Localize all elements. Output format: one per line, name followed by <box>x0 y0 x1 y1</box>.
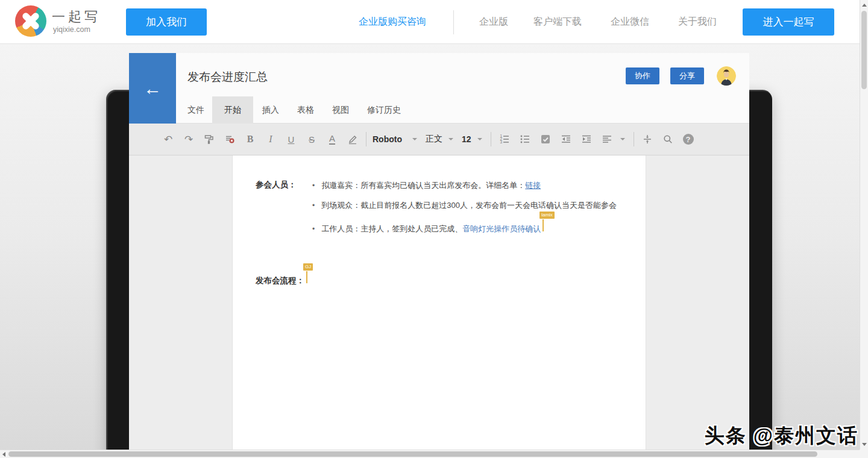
list-item: • 拟邀嘉宾：所有嘉宾均已确认当天出席发布会。详细名单：链接 <box>312 180 541 191</box>
italic-button[interactable]: I <box>263 132 278 146</box>
collaborator-cursor: lamix <box>542 219 544 231</box>
editor-header: ← 发布会进度汇总 文件 开始 插入 表格 视图 修订历史 协作 分享 <box>129 53 749 124</box>
help-icon[interactable]: ? <box>681 132 696 146</box>
tab-table[interactable]: 表格 <box>288 96 323 124</box>
bullet-text: 拟邀嘉宾：所有嘉宾均已确认当天出席发布会。详细名单：链接 <box>321 180 541 191</box>
clear-format-icon[interactable] <box>222 132 237 146</box>
bullet-icon: • <box>312 201 315 210</box>
vertical-scrollbar[interactable] <box>860 0 868 450</box>
redo-icon[interactable]: ↷ <box>181 132 196 146</box>
document-title[interactable]: 发布会进度汇总 <box>187 69 268 85</box>
collaborate-button[interactable]: 协作 <box>626 67 659 84</box>
avatar-person-icon <box>717 66 736 86</box>
menu-tabs: 文件 开始 插入 表格 视图 修订历史 <box>187 96 410 124</box>
formatting-toolbar: ↶ ↷ B I U S A Roboto <box>129 124 749 155</box>
toolbar-divider <box>634 132 634 146</box>
top-navbar: 一起写 yiqixie.com 加入我们 企业版购买咨询 企业版 客户端下载 企… <box>0 0 860 44</box>
bold-button[interactable]: B <box>243 132 257 146</box>
section-label-process: 发布会流程： <box>256 275 304 286</box>
collaborator-cursor: GJ <box>306 271 307 283</box>
document-page[interactable]: 参会人员： • 拟邀嘉宾：所有嘉宾均已确认当天出席发布会。详细名单：链接 • 到… <box>232 155 646 458</box>
tab-view[interactable]: 视图 <box>323 96 358 124</box>
chevron-down-icon[interactable] <box>620 138 625 140</box>
toolbar-divider <box>491 132 491 146</box>
search-icon[interactable] <box>661 132 675 146</box>
nav-link-about-us[interactable]: 关于我们 <box>678 16 717 28</box>
section-label-attendees: 参会人员： <box>256 180 297 190</box>
collaborator-name-tag: GJ <box>303 263 313 271</box>
numbered-list-icon[interactable]: 1 2 3 <box>497 132 512 146</box>
collaborator-selected-text: 音响灯光操作员待确认 <box>462 224 541 233</box>
font-family-select[interactable]: Roboto <box>373 134 406 144</box>
share-button[interactable]: 分享 <box>670 67 704 84</box>
vertical-scrollbar-thumb[interactable] <box>861 11 867 89</box>
bullet-list-icon[interactable] <box>518 132 532 146</box>
line-spacing-icon[interactable] <box>640 132 655 146</box>
chevron-down-icon[interactable] <box>412 138 417 140</box>
toolbar-divider <box>366 132 366 146</box>
scrollbar-corner <box>860 450 868 458</box>
indent-icon[interactable] <box>579 132 594 146</box>
scroll-down-arrow-icon[interactable] <box>862 443 867 446</box>
nav-link-enterprise[interactable]: 企业版 <box>479 16 508 28</box>
undo-icon[interactable]: ↶ <box>161 132 175 146</box>
outdent-icon[interactable] <box>559 132 573 146</box>
font-color-button[interactable]: A <box>325 132 339 146</box>
chevron-down-icon[interactable] <box>448 138 453 140</box>
user-avatar[interactable] <box>717 66 736 86</box>
logo-domain: yiqixie.com <box>53 25 90 34</box>
logo-name: 一起写 <box>52 8 101 26</box>
tab-revision-history[interactable]: 修订历史 <box>358 96 410 124</box>
highlight-pen-icon[interactable] <box>345 132 360 146</box>
bullet-icon: • <box>312 225 315 233</box>
laptop-screen: ← 发布会进度汇总 文件 开始 插入 表格 视图 修订历史 协作 分享 ↶ ↷ <box>129 53 749 458</box>
underline-button[interactable]: U <box>284 132 298 146</box>
nav-link-client-download[interactable]: 客户端下载 <box>533 16 582 28</box>
tab-file[interactable]: 文件 <box>187 96 212 124</box>
bullet-text: 到场观众：截止目前报名人数已超过300人，发布会前一天会电话确认当天是否能参会 <box>321 200 617 211</box>
back-arrow-icon: ← <box>143 78 162 99</box>
tab-insert[interactable]: 插入 <box>253 96 288 124</box>
yiqixie-logo-icon[interactable] <box>15 5 46 37</box>
font-size-select[interactable]: 12 <box>462 134 471 144</box>
watermark: 头条 @泰州文话 <box>705 422 858 450</box>
list-item: • 工作人员：主持人，签到处人员已完成、音响灯光操作员待确认 lamix <box>312 219 544 234</box>
scroll-up-arrow-icon[interactable] <box>862 4 867 7</box>
strikethrough-button[interactable]: S <box>304 132 319 146</box>
join-us-button[interactable]: 加入我们 <box>126 8 207 36</box>
horizontal-scrollbar-thumb[interactable] <box>8 451 817 457</box>
help-question-glyph: ? <box>683 134 694 145</box>
tab-home[interactable]: 开始 <box>212 96 253 124</box>
nav-divider <box>453 10 454 34</box>
horizontal-scrollbar[interactable] <box>0 450 860 458</box>
bullet-icon: • <box>312 181 315 190</box>
svg-text:3: 3 <box>500 140 502 144</box>
enter-yiqixie-button[interactable]: 进入一起写 <box>743 8 834 36</box>
collaborator-name-tag: lamix <box>539 212 555 219</box>
checklist-icon[interactable] <box>538 132 553 146</box>
chevron-down-icon[interactable] <box>477 138 482 140</box>
format-painter-icon[interactable] <box>202 132 216 146</box>
back-button[interactable]: ← <box>129 53 176 124</box>
editor-canvas: 参会人员： • 拟邀嘉宾：所有嘉宾均已确认当天出席发布会。详细名单：链接 • 到… <box>129 155 749 458</box>
paragraph-style-select[interactable]: 正文 <box>426 134 442 145</box>
align-left-icon[interactable] <box>600 132 614 146</box>
bullet-text: 工作人员：主持人，签到处人员已完成、音响灯光操作员待确认 <box>321 224 541 234</box>
nav-link-wechat-work[interactable]: 企业微信 <box>611 16 649 28</box>
enterprise-purchase-consult-link[interactable]: 企业版购买咨询 <box>359 16 426 28</box>
scroll-left-arrow-icon[interactable] <box>2 452 5 457</box>
list-item: • 到场观众：截止目前报名人数已超过300人，发布会前一天会电话确认当天是否能参… <box>312 200 617 211</box>
section-row: 发布会流程： GJ <box>256 271 307 286</box>
detail-list-link[interactable]: 链接 <box>525 181 541 190</box>
